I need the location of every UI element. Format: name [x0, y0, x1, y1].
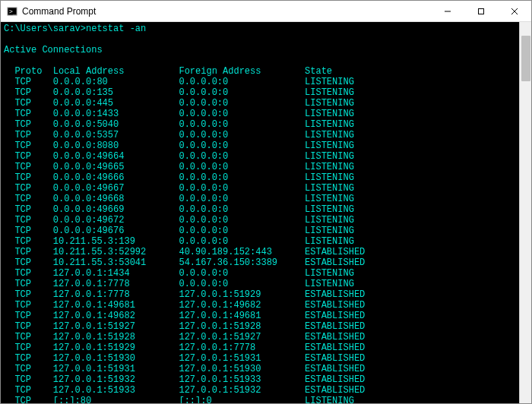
- maximize-button[interactable]: [464, 1, 498, 21]
- titlebar[interactable]: >_ Command Prompt: [1, 1, 531, 22]
- minimize-button[interactable]: [431, 1, 464, 21]
- close-button[interactable]: [498, 1, 531, 21]
- window-title: Command Prompt: [22, 6, 96, 17]
- scrollbar-thumb[interactable]: [521, 36, 530, 81]
- cmd-icon: >_: [7, 6, 17, 17]
- console-area: C:\Users\sarav>netstat -an Active Connec…: [1, 22, 531, 403]
- console-output[interactable]: C:\Users\sarav>netstat -an Active Connec…: [1, 22, 519, 403]
- svg-text:>_: >_: [9, 8, 17, 15]
- scrollbar[interactable]: [519, 22, 531, 403]
- svg-rect-3: [479, 8, 484, 14]
- command-prompt-window: >_ Command Prompt C:\Users\sarav>netstat…: [0, 0, 532, 404]
- titlebar-left: >_ Command Prompt: [7, 6, 96, 17]
- window-controls: [431, 1, 531, 21]
